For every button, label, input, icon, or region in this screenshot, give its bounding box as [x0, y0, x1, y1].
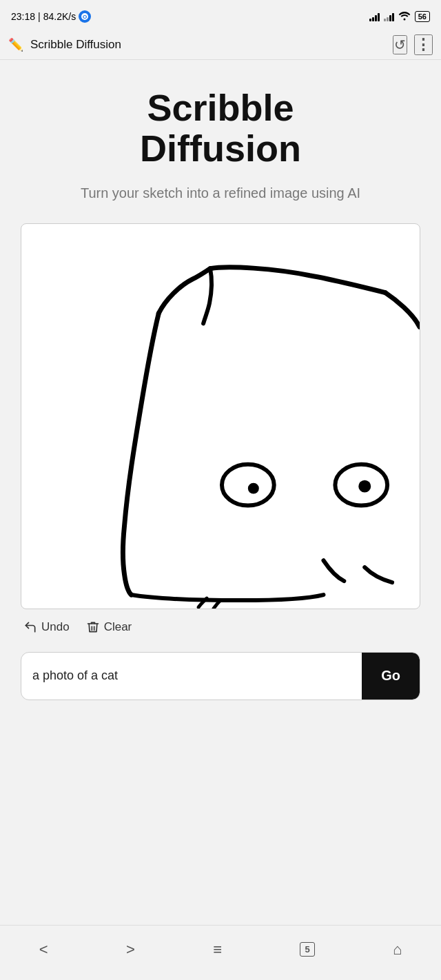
svg-point-2 [222, 465, 274, 506]
forward-button[interactable]: > [112, 934, 149, 966]
menu-button[interactable]: ≡ [199, 934, 236, 966]
bottom-nav: < > ≡ 5 ⌂ [0, 925, 441, 980]
battery-indicator: 56 [415, 11, 430, 22]
svg-point-3 [248, 482, 259, 493]
status-bar: 23:18 | 84.2K/s O [0, 0, 441, 30]
browser-menu-button[interactable]: ⋮ [414, 34, 433, 55]
trash-icon [86, 620, 100, 634]
signal-bars-1 [369, 12, 380, 21]
app-title: Scribble Diffusion [140, 88, 301, 170]
signal-bars-2 [384, 12, 394, 21]
tabs-button[interactable]: 5 [286, 935, 328, 963]
favicon-icon: ✏️ [8, 37, 23, 52]
browser-bar: ✏️ Scribble Diffusion ↺ ⋮ [0, 30, 441, 60]
undo-icon [23, 620, 37, 634]
back-button[interactable]: < [25, 934, 62, 966]
app-subtitle: Turn your sketch into a refined image us… [81, 183, 360, 203]
home-button[interactable]: ⌂ [379, 934, 416, 966]
wifi-icon [398, 11, 411, 23]
data-speed: 84.2K/s [43, 11, 76, 22]
separator: | [38, 11, 41, 22]
main-content: Scribble Diffusion Turn your sketch into… [0, 60, 441, 819]
clear-button[interactable]: Clear [86, 617, 132, 637]
sketch-canvas[interactable] [21, 223, 420, 609]
canvas-controls: Undo Clear [21, 609, 420, 645]
reload-button[interactable]: ↺ [393, 35, 407, 54]
go-button[interactable]: Go [362, 653, 420, 700]
prompt-container: Go [21, 652, 420, 700]
tab-count: 5 [300, 942, 314, 957]
svg-text:O: O [83, 14, 87, 20]
status-info: 23:18 | 84.2K/s O [11, 10, 91, 23]
browser-title: Scribble Diffusion [30, 38, 386, 52]
prompt-input[interactable] [21, 655, 362, 697]
svg-point-5 [358, 480, 371, 492]
time: 23:18 [11, 11, 35, 22]
data-icon: O [79, 10, 91, 23]
status-indicators: 56 [369, 11, 430, 23]
undo-button[interactable]: Undo [23, 617, 70, 637]
